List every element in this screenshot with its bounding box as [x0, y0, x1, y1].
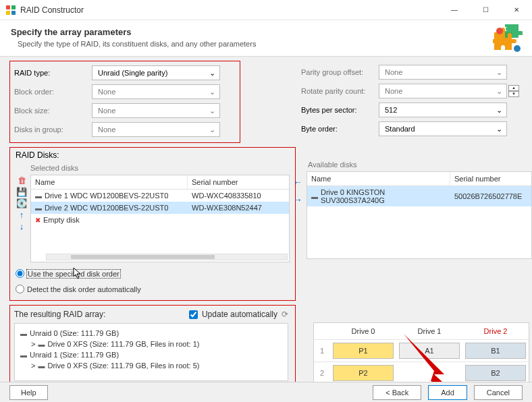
use-specified-order-radio[interactable] — [16, 269, 24, 278]
detect-order-label: Detect the disk order automatically — [27, 285, 141, 293]
drive-icon: ▬ — [38, 341, 45, 348]
row-num: 1 — [314, 343, 330, 359]
disks-group-label: Disks in group: — [14, 125, 92, 134]
col-serial: Serial number — [188, 175, 289, 189]
svg-rect-1 — [11, 5, 16, 9]
drive-col-0: Drive 0 — [330, 323, 396, 339]
app-icon — [5, 5, 16, 16]
block-size-select[interactable]: None⌄ — [92, 103, 220, 118]
chevron-down-icon: ⌄ — [209, 107, 215, 115]
maximize-button[interactable]: ☐ — [470, 0, 501, 20]
parity-offset-label: Parity group offset: — [301, 68, 379, 76]
drive-icon: ▬ — [20, 330, 27, 337]
drive-layout-grid: Drive 0 Drive 1 Drive 2 1 P1 A1 B1 2 P2 … — [313, 322, 529, 384]
col-name: Name — [307, 172, 450, 185]
resulting-title: The resulting RAID array: — [14, 310, 105, 319]
use-specified-order-label: Use the specified disk order — [27, 270, 120, 278]
rotate-count-spinner[interactable]: ▲▼ — [508, 85, 519, 97]
svg-point-5 — [514, 45, 521, 52]
slot-b1[interactable]: B1 — [465, 343, 526, 359]
drive-icon: ▬ — [35, 192, 42, 200]
help-button[interactable]: Help — [9, 385, 48, 400]
chevron-down-icon: ⌄ — [496, 68, 502, 77]
chevron-down-icon: ⌄ — [209, 88, 215, 96]
bytes-sector-label: Bytes per sector: — [301, 106, 379, 114]
table-row[interactable]: ▬Drive 0 KINGSTON SUV300S37A240G50026B72… — [307, 186, 531, 206]
selected-disks-label: Selected disks — [30, 164, 290, 172]
move-down-icon[interactable]: ↓ — [16, 222, 28, 231]
page-title: Specify the array parameters — [11, 27, 521, 37]
parity-offset-select[interactable]: None⌄ — [379, 65, 507, 80]
delete-disk-icon[interactable]: 🗑 — [16, 176, 28, 185]
col-serial: Serial number — [450, 172, 531, 185]
tree-item[interactable]: >▬Drive 0 XFS (Size: 111.79 GB, Files in… — [31, 360, 282, 371]
raid-type-select[interactable]: Unraid (Single parity)⌄ — [92, 65, 220, 80]
table-row[interactable]: ▬Drive 2 WDC WD1200BEVS-22UST0WD-WXE308N… — [31, 202, 289, 214]
window-title: RAID Constructor — [20, 5, 439, 15]
row-num: 2 — [314, 365, 330, 381]
refresh-icon[interactable]: ⟳ — [282, 310, 288, 319]
drive-icon: ▬ — [311, 193, 318, 200]
move-left-icon[interactable]: ← — [293, 177, 302, 188]
disk-set-icon[interactable]: 💽 — [16, 199, 28, 208]
bytes-sector-select[interactable]: 512⌄ — [379, 103, 507, 117]
block-order-label: Block order: — [14, 88, 92, 96]
expand-icon[interactable]: > — [31, 340, 35, 348]
chevron-down-icon: ⌄ — [496, 106, 502, 115]
puzzle-icon — [493, 24, 523, 56]
chevron-down-icon: ⌄ — [209, 125, 215, 134]
drive-icon: ▬ — [35, 204, 42, 212]
selected-disks-table[interactable]: NameSerial number ▬Drive 1 WDC WD1200BEV… — [30, 175, 290, 262]
move-up-icon[interactable]: ↑ — [16, 210, 28, 219]
table-row[interactable]: ▬Drive 1 WDC WD1200BEVS-22UST0WD-WXC4083… — [31, 190, 289, 202]
byte-order-label: Byte order: — [301, 125, 379, 133]
update-auto-checkbox[interactable] — [189, 310, 198, 319]
raid-disks-title: RAID Disks: — [16, 150, 290, 160]
drive-icon: ▬ — [20, 351, 27, 359]
add-disk-icon[interactable]: 💾 — [16, 188, 28, 196]
col-name: Name — [31, 175, 188, 189]
expand-icon[interactable]: > — [31, 362, 35, 370]
block-size-label: Block size: — [14, 107, 92, 115]
resulting-tree[interactable]: ▬Unraid 0 (Size: 111.79 GB) >▬Drive 0 XF… — [14, 323, 288, 381]
tree-item[interactable]: ▬Unraid 0 (Size: 111.79 GB) — [20, 328, 282, 339]
drive-icon: ▬ — [38, 362, 45, 370]
block-order-select[interactable]: None⌄ — [92, 84, 220, 99]
available-disks-table[interactable]: NameSerial number ▬Drive 0 KINGSTON SUV3… — [307, 171, 532, 259]
scrollbar-horizontal[interactable] — [46, 254, 288, 260]
svg-rect-0 — [6, 5, 10, 9]
chevron-down-icon: ⌄ — [496, 87, 502, 96]
detect-order-radio[interactable] — [16, 285, 24, 293]
raid-type-label: RAID type: — [14, 69, 92, 77]
drive-col-1: Drive 1 — [396, 323, 462, 339]
slot-a1[interactable]: A1 — [399, 343, 460, 359]
available-disks-label: Available disks — [308, 161, 532, 169]
tree-item[interactable]: >▬Drive 0 XFS (Size: 111.79 GB, Files in… — [31, 339, 282, 349]
table-row[interactable]: ✖Empty disk — [31, 214, 289, 226]
update-auto-label: Update automatically — [202, 310, 277, 319]
empty-disk-icon: ✖ — [35, 217, 41, 224]
svg-rect-2 — [6, 11, 10, 15]
back-button[interactable]: < Back — [373, 385, 421, 400]
slot-b2[interactable]: B2 — [465, 365, 526, 381]
move-right-icon[interactable]: → — [293, 194, 302, 205]
cancel-button[interactable]: Cancel — [474, 385, 523, 400]
chevron-down-icon: ⌄ — [209, 69, 215, 78]
close-button[interactable]: ✕ — [501, 0, 532, 20]
rotate-count-select[interactable]: None⌄ — [379, 84, 507, 98]
rotate-count-label: Rotate parity count: — [301, 87, 379, 95]
disks-group-select[interactable]: None⌄ — [92, 122, 220, 137]
chevron-down-icon: ⌄ — [496, 125, 502, 134]
byte-order-select[interactable]: Standard⌄ — [379, 121, 507, 136]
drive-col-2: Drive 2 — [462, 323, 529, 339]
minimize-button[interactable]: — — [439, 0, 470, 20]
svg-rect-3 — [11, 11, 16, 15]
svg-point-4 — [496, 28, 503, 34]
page-subtitle: Specify the type of RAID, its constituen… — [11, 40, 521, 48]
add-button[interactable]: Add — [428, 385, 467, 400]
slot-p2[interactable]: P2 — [333, 365, 394, 381]
slot-p1[interactable]: P1 — [333, 343, 394, 359]
tree-item[interactable]: ▬Unraid 1 (Size: 111.79 GB) — [20, 349, 282, 360]
